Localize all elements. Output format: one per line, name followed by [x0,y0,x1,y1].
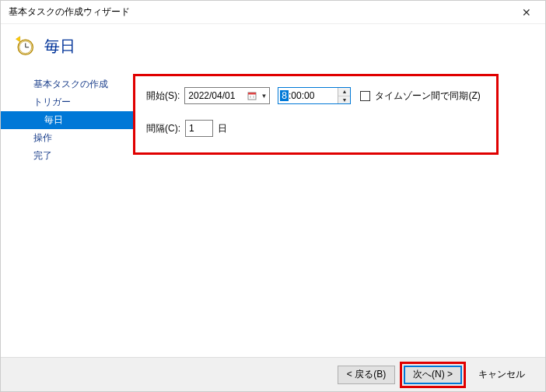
sidebar-item-trigger[interactable]: トリガー [1,93,133,111]
date-field[interactable] [185,90,246,101]
spinner-down-icon[interactable]: ▼ [338,96,350,104]
wizard-header: 毎日 [1,24,545,68]
time-field[interactable]: 8:00:00 [278,90,338,101]
calendar-icon[interactable] [246,88,258,103]
time-picker[interactable]: 8:00:00 ▲ ▼ [278,87,351,104]
back-button[interactable]: < 戻る(B) [338,366,395,384]
start-label: 開始(S): [146,89,180,103]
timezone-label: タイムゾーン間で同期(Z) [375,89,480,103]
sidebar-item-daily[interactable]: 毎日 [1,111,133,129]
sidebar-item-create-task[interactable]: 基本タスクの作成 [1,75,133,93]
wizard-footer: < 戻る(B) 次へ(N) > キャンセル [1,357,545,391]
wizard-body: 基本タスクの作成 トリガー 毎日 操作 完了 開始(S): ▼ [1,68,545,352]
time-hour-selected[interactable]: 8 [280,90,289,101]
titlebar: 基本タスクの作成ウィザード ✕ [1,1,545,24]
interval-unit: 日 [218,122,227,135]
settings-highlight: 開始(S): ▼ 8:00:00 ▲ [133,74,499,155]
page-title: 毎日 [44,36,75,57]
interval-field[interactable] [185,120,213,137]
svg-rect-5 [248,93,256,95]
wizard-window: 基本タスクの作成ウィザード ✕ 毎日 基本タスクの作成 トリガー 毎日 操作 完… [0,0,546,392]
time-spinner[interactable]: ▲ ▼ [338,88,350,103]
sidebar-item-finish[interactable]: 完了 [1,147,133,165]
next-button[interactable]: 次へ(N) > [404,366,462,384]
close-button[interactable]: ✕ [511,2,542,23]
clock-wizard-icon [13,35,35,57]
wizard-content: 開始(S): ▼ 8:00:00 ▲ [133,68,545,352]
interval-row: 間隔(C): 日 [146,120,485,137]
close-icon: ✕ [522,6,531,19]
next-highlight: 次へ(N) > [400,362,466,388]
start-row: 開始(S): ▼ 8:00:00 ▲ [146,87,485,104]
chevron-down-icon[interactable]: ▼ [258,88,269,103]
date-picker[interactable]: ▼ [184,87,270,104]
wizard-sidebar: 基本タスクの作成 トリガー 毎日 操作 完了 [1,68,133,352]
cancel-button[interactable]: キャンセル [471,366,533,384]
spinner-up-icon[interactable]: ▲ [338,88,350,96]
timezone-checkbox[interactable] [360,91,370,101]
sidebar-item-action[interactable]: 操作 [1,129,133,147]
window-title: 基本タスクの作成ウィザード [9,5,511,19]
interval-label: 間隔(C): [146,122,180,135]
time-rest[interactable]: :00:00 [289,90,314,101]
